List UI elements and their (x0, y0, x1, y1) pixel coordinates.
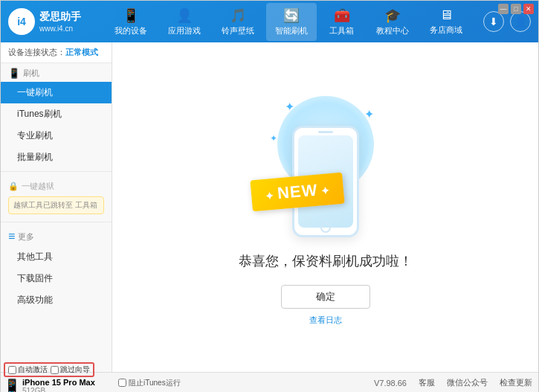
star-decoration-1: ✦ (285, 100, 294, 114)
success-illustration: ✦ ✦ ✦ NEW (259, 89, 393, 237)
customer-service-link[interactable]: 客服 (419, 377, 435, 388)
wechat-link[interactable]: 微信公众号 (447, 377, 488, 388)
tab-apps-games[interactable]: 👤 应用游戏 (159, 3, 210, 41)
my-device-icon: 📱 (123, 7, 139, 24)
sidebar-lock-item: 🔒 一键越狱 (8, 178, 104, 195)
sidebar-item-itunes-flash[interactable]: iTunes刷机 (1, 103, 112, 125)
lock-icon: 🔒 (8, 181, 19, 191)
sidebar-section-flash[interactable]: 📱 刷机 (1, 63, 112, 82)
apps-games-icon: 👤 (176, 7, 193, 24)
close-button[interactable]: ✕ (523, 4, 534, 14)
sidebar-item-download-firmware[interactable]: 下载固件 (1, 268, 112, 289)
download-button[interactable]: ⬇ (483, 11, 504, 32)
view-log-link[interactable]: 查看日志 (309, 315, 342, 326)
tab-ringtones[interactable]: 🎵 铃声壁纸 (213, 3, 263, 41)
more-section-icon: ≡ (8, 230, 15, 243)
minimize-button[interactable]: — (498, 4, 509, 14)
tab-service[interactable]: 🖥 务店商域 (421, 3, 471, 41)
tab-toolbox[interactable]: 🧰 工具箱 (320, 3, 364, 41)
jailbreak-notice: 越狱工具已跳转至 工具箱 (8, 196, 104, 214)
header-right: ⬇ 👤 (471, 11, 531, 32)
main-content: ✦ ✦ ✦ NEW 恭喜您，保资料刷机成功啦！ 确定 查看日志 (112, 42, 538, 372)
smart-flash-icon: 🔄 (283, 7, 300, 24)
device-status: 设备连接状态：正常模式 (1, 42, 112, 63)
bottom-main: 阻止iTunes运行 V7.98.66 客服 微信公众号 检查更新 (112, 377, 538, 388)
check-update-link[interactable]: 检查更新 (500, 377, 532, 388)
auto-activate-checkbox-label[interactable]: 自动激活 (8, 364, 48, 375)
divider-1 (1, 171, 112, 172)
header: i4 爱思助手 www.i4.cn 📱 我的设备 👤 应用游戏 🎵 铃声壁纸 (1, 1, 538, 42)
divider-2 (1, 222, 112, 222)
bottom-checkboxes: 自动激活 跳过向导 (4, 362, 94, 377)
guide-activate-checkbox[interactable] (51, 366, 59, 374)
itunes-checkbox[interactable] (118, 379, 126, 387)
version-label: V7.98.66 (374, 379, 407, 388)
star-decoration-2: ✦ (364, 107, 374, 121)
device-name: iPhone 15 Pro Max (22, 378, 95, 387)
nav-tabs: 📱 我的设备 👤 应用游戏 🎵 铃声壁纸 🔄 智能刷机 🧰 工具箱 (105, 3, 471, 41)
bottom-bar: 自动激活 跳过向导 📱 iPhone 15 Pro Max 512GB iPho… (1, 372, 538, 392)
maximize-button[interactable]: □ (511, 4, 521, 14)
flash-section-icon: 📱 (8, 68, 20, 79)
user-button[interactable]: 👤 (510, 11, 531, 32)
device-info: 📱 iPhone 15 Pro Max 512GB iPhone (4, 378, 109, 392)
sidebar-item-batch-flash[interactable]: 批量刷机 (1, 147, 112, 168)
sidebar-item-other-tools[interactable]: 其他工具 (1, 246, 112, 268)
tutorial-icon: 🎓 (384, 7, 401, 24)
toolbox-icon: 🧰 (334, 7, 350, 24)
device-details: iPhone 15 Pro Max 512GB iPhone (22, 378, 95, 392)
confirm-button[interactable]: 确定 (281, 285, 370, 309)
phone-home-button (320, 222, 331, 233)
guide-activate-checkbox-label[interactable]: 跳过向导 (51, 364, 90, 375)
star-decoration-3: ✦ (270, 133, 277, 144)
main-layout: 设备连接状态：正常模式 📱 刷机 一键刷机 iTunes刷机 专业刷机 批量刷机 (1, 42, 538, 372)
service-icon: 🖥 (439, 7, 453, 23)
bottom-right-links: V7.98.66 客服 微信公众号 检查更新 (374, 377, 532, 388)
sidebar-section-more[interactable]: ≡ 更多 (1, 225, 112, 246)
sidebar: 设备连接状态：正常模式 📱 刷机 一键刷机 iTunes刷机 专业刷机 批量刷机 (1, 42, 112, 372)
logo-icon: i4 (8, 8, 35, 35)
sidebar-jailbreak-section: 🔒 一键越狱 越狱工具已跳转至 工具箱 (1, 175, 112, 219)
sidebar-item-pro-flash[interactable]: 专业刷机 (1, 125, 112, 147)
logo-text: 爱思助手 www.i4.cn (39, 10, 81, 33)
device-phone-icon: 📱 (4, 378, 20, 392)
ringtones-icon: 🎵 (230, 7, 246, 24)
success-message: 恭喜您，保资料刷机成功啦！ (239, 252, 413, 270)
sidebar-item-one-key-flash[interactable]: 一键刷机 (1, 82, 112, 103)
bottom-device-section: 自动激活 跳过向导 📱 iPhone 15 Pro Max 512GB iPho… (1, 362, 112, 392)
logo-area: i4 爱思助手 www.i4.cn (8, 8, 105, 35)
window-controls: — □ ✕ (498, 4, 534, 14)
auto-activate-checkbox[interactable] (8, 366, 16, 374)
tab-smart-flash[interactable]: 🔄 智能刷机 (266, 3, 317, 41)
itunes-label[interactable]: 阻止iTunes运行 (118, 378, 181, 388)
sidebar-item-advanced[interactable]: 高级功能 (1, 289, 112, 311)
tab-my-device[interactable]: 📱 我的设备 (106, 3, 156, 41)
tab-tutorial[interactable]: 🎓 教程中心 (367, 3, 418, 41)
phone-speaker (318, 131, 333, 133)
device-storage: 512GB (22, 387, 95, 392)
